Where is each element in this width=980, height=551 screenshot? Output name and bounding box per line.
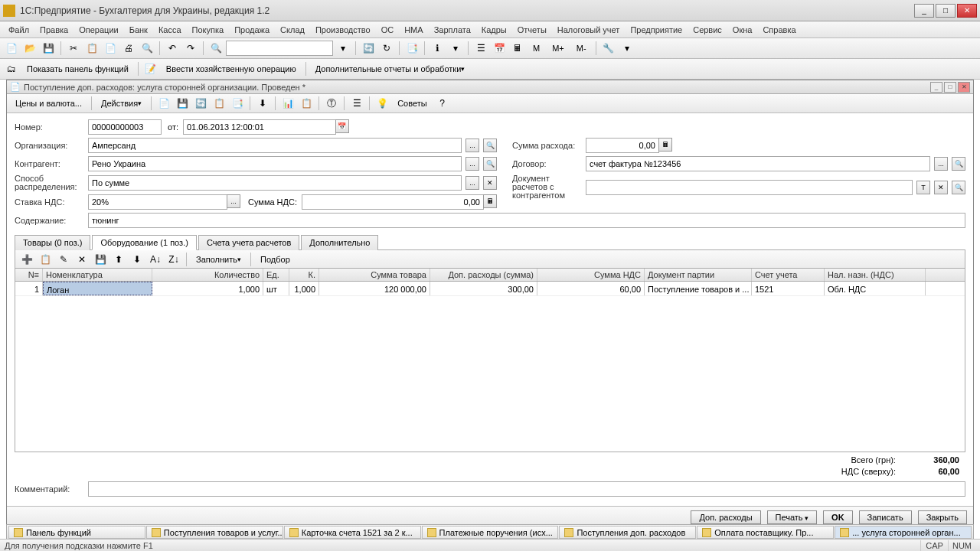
save-button[interactable]: Записать bbox=[859, 510, 912, 524]
contract-input[interactable] bbox=[586, 156, 930, 171]
table-row[interactable]: 1 Логан 1,000 шт 1,000 120 000,00 300,00… bbox=[15, 282, 965, 296]
extra-reports-button[interactable]: Дополнительные отчеты и обработки bbox=[310, 60, 471, 77]
fill-button[interactable]: Заполнить bbox=[191, 251, 247, 268]
tab-equipment[interactable]: Оборудование (1 поз.) bbox=[92, 235, 196, 250]
manual-op-button[interactable]: Ввести хозяйственную операцию bbox=[161, 60, 302, 77]
menu-warehouse[interactable]: Склад bbox=[275, 25, 310, 34]
mminus-button[interactable]: M- bbox=[571, 40, 592, 57]
header-extra[interactable]: Доп. расходы (сумма) bbox=[430, 269, 537, 281]
menu-cash[interactable]: Касса bbox=[153, 25, 187, 34]
menu-edit[interactable]: Правка bbox=[34, 25, 74, 34]
maximize-button[interactable]: □ bbox=[936, 4, 956, 18]
sw-maximize-button[interactable]: □ bbox=[944, 82, 956, 93]
counter-input[interactable] bbox=[88, 156, 462, 171]
list-icon[interactable]: ☰ bbox=[472, 40, 489, 57]
menu-salary[interactable]: Зарплата bbox=[429, 25, 476, 34]
minimize-button[interactable]: _ bbox=[914, 4, 934, 18]
menu-tax[interactable]: Налоговый учет bbox=[552, 25, 626, 34]
search-input[interactable] bbox=[226, 41, 333, 56]
counter-search-icon[interactable]: 🔍 bbox=[483, 157, 497, 171]
vat-select-icon[interactable]: ... bbox=[227, 194, 240, 208]
ft-tree-icon[interactable]: Ⓣ bbox=[323, 95, 340, 112]
vat-sum-calc-icon[interactable]: 🖩 bbox=[483, 194, 497, 208]
gt-delete-icon[interactable]: ✕ bbox=[74, 251, 90, 268]
open-icon[interactable]: 📂 bbox=[21, 40, 38, 57]
settledoc-t-icon[interactable]: T bbox=[916, 181, 930, 194]
taskbar-item[interactable]: Панель функций bbox=[8, 526, 145, 539]
gt-add-icon[interactable]: ➕ bbox=[18, 251, 35, 268]
menu-file[interactable]: Файл bbox=[3, 25, 34, 34]
distr-select-icon[interactable]: ... bbox=[466, 176, 479, 190]
header-doc[interactable]: Документ партии bbox=[645, 269, 752, 281]
ft-icon1[interactable]: 📄 bbox=[155, 95, 172, 112]
date-input[interactable] bbox=[183, 119, 336, 135]
number-input[interactable] bbox=[88, 119, 162, 135]
header-sum[interactable]: Сумма товара bbox=[319, 269, 430, 281]
taskbar-item[interactable]: Платежные поручения (исх... bbox=[422, 526, 559, 539]
gt-down-icon[interactable]: ⬇ bbox=[129, 251, 145, 268]
panel-icon[interactable]: 🗂 bbox=[3, 60, 20, 77]
help-icon[interactable]: ? bbox=[434, 95, 451, 112]
menu-sale[interactable]: Продажа bbox=[229, 25, 275, 34]
menu-nma[interactable]: НМА bbox=[399, 25, 428, 34]
gt-edit-icon[interactable]: ✎ bbox=[55, 251, 72, 268]
content-input[interactable] bbox=[88, 213, 965, 228]
header-qty[interactable]: Количество bbox=[152, 269, 263, 281]
show-panel-button[interactable]: Показать панель функций bbox=[21, 60, 134, 77]
print-button[interactable]: Печать bbox=[767, 510, 818, 524]
ft-icon8[interactable]: 📋 bbox=[298, 95, 315, 112]
cell-name[interactable]: Логан bbox=[43, 282, 152, 295]
manual-op-icon[interactable]: 📝 bbox=[142, 60, 159, 77]
distr-input[interactable] bbox=[88, 175, 462, 191]
comment-input[interactable] bbox=[88, 481, 965, 497]
counter-select-icon[interactable]: ... bbox=[466, 157, 479, 171]
menu-service[interactable]: Сервис bbox=[688, 25, 727, 34]
close-button[interactable]: ✕ bbox=[957, 4, 977, 18]
tab-accounts[interactable]: Счета учета расчетов bbox=[198, 235, 299, 250]
save-icon[interactable]: 💾 bbox=[40, 40, 57, 57]
ft-icon3[interactable]: 🔄 bbox=[192, 95, 209, 112]
actions-button[interactable]: Действия bbox=[96, 95, 147, 112]
expense-calc-icon[interactable]: 🖩 bbox=[658, 138, 672, 152]
header-vat[interactable]: Сумма НДС bbox=[537, 269, 645, 281]
tips-button[interactable]: Советы bbox=[392, 95, 432, 112]
undo-icon[interactable]: ↶ bbox=[164, 40, 181, 57]
info-icon[interactable]: ℹ bbox=[429, 40, 446, 57]
menu-bank[interactable]: Банк bbox=[124, 25, 153, 34]
copy-icon[interactable]: 📋 bbox=[83, 40, 100, 57]
ft-icon7[interactable]: 📊 bbox=[279, 95, 296, 112]
prices-button[interactable]: Цены и валюта... bbox=[10, 95, 87, 112]
menu-reports[interactable]: Отчеты bbox=[512, 25, 552, 34]
taskbar-item[interactable]: Оплата поставщику. Пр... bbox=[697, 526, 834, 539]
sw-close-button[interactable]: ✕ bbox=[958, 82, 970, 93]
taskbar-item[interactable]: Поступления доп. расходов bbox=[559, 526, 696, 539]
org-search-icon[interactable]: 🔍 bbox=[483, 139, 497, 152]
preview-icon[interactable]: 🔍 bbox=[139, 40, 155, 57]
mplus-button[interactable]: M+ bbox=[547, 40, 570, 57]
clone-icon[interactable]: 📑 bbox=[403, 40, 420, 57]
redo-icon[interactable]: ↷ bbox=[182, 40, 199, 57]
taskbar-item[interactable]: Поступления товаров и услуг... bbox=[146, 526, 283, 539]
tab-extra[interactable]: Дополнительно bbox=[301, 235, 378, 250]
menu-operations[interactable]: Операции bbox=[74, 25, 123, 34]
menu-purchase[interactable]: Покупка bbox=[187, 25, 230, 34]
header-n[interactable]: N≡ bbox=[15, 269, 43, 281]
tab-goods[interactable]: Товары (0 поз.) bbox=[15, 235, 90, 250]
menu-windows[interactable]: Окна bbox=[727, 25, 758, 34]
expense-input[interactable] bbox=[586, 138, 659, 153]
gt-copy-icon[interactable]: 📋 bbox=[37, 251, 54, 268]
gt-save-icon[interactable]: 💾 bbox=[92, 251, 109, 268]
header-name[interactable]: Номенклатура bbox=[43, 269, 152, 281]
calc-icon[interactable]: 🖩 bbox=[509, 40, 526, 57]
ft-icon2[interactable]: 💾 bbox=[174, 95, 191, 112]
sw-minimize-button[interactable]: _ bbox=[930, 82, 942, 93]
calendar-icon[interactable]: 📅 bbox=[491, 40, 508, 57]
header-unit[interactable]: Ед. bbox=[263, 269, 289, 281]
pick-button[interactable]: Подбор bbox=[255, 251, 296, 268]
gt-up-icon[interactable]: ⬆ bbox=[110, 251, 127, 268]
paste-icon[interactable]: 📄 bbox=[102, 40, 119, 57]
ft-list-icon[interactable]: ☰ bbox=[348, 95, 365, 112]
m-button[interactable]: M bbox=[528, 40, 545, 57]
search-icon[interactable]: 🔍 bbox=[207, 40, 224, 57]
calendar-picker-icon[interactable]: 📅 bbox=[335, 119, 349, 133]
